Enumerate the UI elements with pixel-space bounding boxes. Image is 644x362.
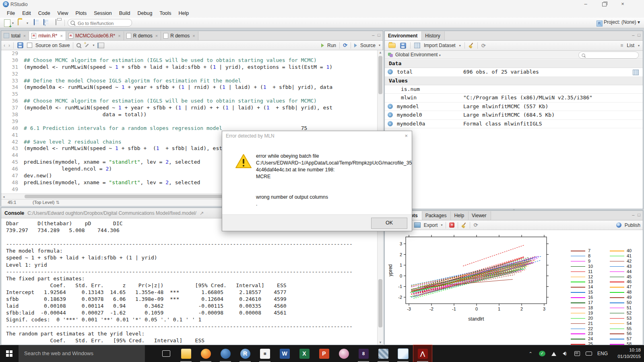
pane-minimize-icon[interactable]: – (372, 33, 374, 37)
compile-notebook-icon[interactable] (97, 43, 104, 48)
source-dropdown-icon[interactable]: ▾ (379, 43, 380, 47)
window-close-button[interactable]: × (613, 0, 632, 9)
console-vertical-scrollbar[interactable]: ▲ ▼ (377, 219, 383, 345)
menu-item-view[interactable]: View (54, 10, 72, 17)
environment-object-row[interactable]: ▸mymodel0Large mlwinfitMCMC (684.5 Kb) (385, 111, 643, 120)
pane-maximize-icon[interactable]: □ (638, 33, 640, 37)
taskbar-icon-paint[interactable] (334, 345, 353, 362)
global-environment-selector[interactable]: Global Environment ▾ (395, 52, 441, 58)
tab-close-icon[interactable]: × (118, 33, 120, 38)
taskbar-icon-app-mosaic[interactable] (374, 345, 392, 362)
taskbar-icon-excel[interactable]: X (295, 345, 314, 362)
editor-tab-mcmcguide06-r-[interactable]: RMCMCGuide06.R*× (66, 31, 124, 40)
touch-keyboard-icon[interactable] (586, 351, 592, 356)
expand-icon[interactable]: ▸ (388, 104, 393, 109)
tab-environment[interactable]: Environment (385, 31, 422, 40)
goto-file-input[interactable] (77, 21, 127, 26)
volume-icon[interactable]: ) (562, 351, 569, 356)
menu-item-build[interactable]: Build (116, 10, 134, 17)
language-indicator[interactable]: ENG (597, 351, 608, 356)
taskbar-icon-app-purple[interactable]: 8 (354, 345, 373, 362)
tab-viewer[interactable]: Viewer (469, 211, 491, 220)
expand-icon[interactable]: ▸ (388, 121, 393, 126)
save-icon[interactable] (34, 19, 35, 25)
export-dropdown-icon[interactable]: ▾ (441, 223, 442, 227)
taskbar-icon-acrobat[interactable]: ⋀ (413, 345, 432, 362)
editor-tab-total[interactable]: total× (1, 31, 29, 40)
pane-minimize-icon[interactable]: – (632, 33, 634, 37)
save-all-icon[interactable] (43, 19, 44, 25)
taskbar-icon-powerpoint[interactable]: P (315, 345, 333, 362)
new-file-dropdown-icon[interactable]: ▾ (12, 21, 14, 25)
environment-object-row[interactable]: mlwin"C:/Program Files (x86)/MLwiN v2.35… (385, 94, 643, 103)
refresh-plot-icon[interactable]: ⟳ (473, 222, 478, 228)
view-data-grid-icon[interactable] (633, 70, 639, 75)
tray-chevron-up-icon[interactable]: ⌃ (527, 351, 534, 356)
taskbar-icon-word[interactable]: W (275, 345, 294, 362)
pane-minimize-icon[interactable]: – (632, 212, 634, 217)
action-center-icon[interactable] (574, 351, 580, 356)
expand-icon[interactable]: ▸ (388, 69, 393, 74)
print-icon[interactable] (56, 19, 56, 25)
editor-tab-r-demos[interactable]: R demos× (161, 31, 198, 40)
environment-object-row[interactable]: ▸total696 obs. of 25 variables (385, 68, 643, 77)
environment-object-row[interactable]: is.num (385, 85, 643, 94)
editor-tab-mlwin-r-[interactable]: Rmlwin.R*× (29, 31, 66, 40)
console-navigate-icon[interactable]: ↗ (200, 210, 204, 216)
run-button[interactable]: Run (327, 43, 336, 48)
environment-object-row[interactable]: ▸mymodel0aFormal class mlwinfitIGLS (385, 120, 643, 129)
tab-close-icon[interactable]: × (192, 33, 195, 38)
taskbar-icon-file-explorer[interactable] (177, 345, 195, 362)
window-restore-button[interactable] (595, 0, 613, 9)
pane-maximize-icon[interactable]: □ (378, 33, 380, 37)
tab-close-icon[interactable]: × (155, 33, 158, 38)
editor-tab-r-demos[interactable]: R demos× (124, 31, 161, 40)
taskbar-icon-firefox[interactable] (196, 345, 215, 362)
back-icon[interactable]: ‹ (4, 43, 5, 48)
hscroll-left-icon[interactable]: ◂ (3, 195, 5, 199)
tab-packages[interactable]: Packages (422, 211, 451, 220)
tray-sync-icon[interactable]: ✓ (539, 351, 545, 356)
publish-button[interactable]: Publish (625, 222, 640, 228)
menu-item-plots[interactable]: Plots (72, 10, 90, 17)
wifi-icon[interactable] (551, 351, 557, 356)
list-dropdown-icon[interactable]: ▾ (638, 44, 640, 47)
pane-maximize-icon[interactable]: □ (638, 212, 640, 217)
menu-item-tools[interactable]: Tools (156, 10, 175, 17)
menu-item-help[interactable]: Help (175, 10, 193, 17)
window-minimize-button[interactable]: – (576, 0, 595, 9)
tab-history[interactable]: History (422, 31, 444, 40)
tab-close-icon[interactable]: × (60, 33, 62, 38)
clear-environment-icon[interactable] (469, 43, 474, 48)
menu-item-edit[interactable]: Edit (19, 10, 35, 17)
remove-plot-icon[interactable]: × (449, 222, 454, 228)
clear-plots-icon[interactable] (461, 222, 466, 228)
code-tools-icon[interactable] (84, 43, 89, 48)
tab-close-icon[interactable]: × (23, 33, 26, 38)
open-file-icon[interactable] (18, 19, 19, 25)
forward-icon[interactable]: › (8, 43, 10, 48)
start-button[interactable] (0, 345, 19, 362)
save-doc-icon[interactable] (17, 42, 23, 48)
clock[interactable]: 10:18 01/10/2015 (617, 347, 641, 360)
taskbar-icon-mlwin[interactable]: ⊞ (256, 345, 274, 362)
taskbar-icon-task-view[interactable] (157, 345, 175, 362)
new-file-icon[interactable] (4, 19, 10, 27)
dialog-close-icon[interactable]: × (405, 133, 408, 139)
rerun-icon[interactable]: ⟳ (343, 42, 347, 48)
taskbar-icon-thunderbird[interactable] (216, 345, 235, 362)
code-tools-dropdown-icon[interactable]: ▾ (93, 43, 94, 47)
import-dropdown-icon[interactable]: ▾ (459, 44, 461, 47)
menu-item-code[interactable]: Code (35, 10, 54, 17)
menu-item-debug[interactable]: Debug (134, 10, 156, 17)
tab-help[interactable]: Help (451, 211, 469, 220)
project-menu[interactable]: R Project: (None) ▾ (597, 19, 640, 27)
import-dataset-button[interactable]: Import Dataset (424, 43, 456, 48)
ok-button[interactable]: OK (371, 218, 407, 229)
export-plot-button[interactable]: Export (424, 222, 438, 228)
open-file-dropdown-icon[interactable]: ▾ (27, 21, 28, 25)
environment-object-row[interactable]: ▸mymodelLarge mlwinfitMCMC (557 Kb) (385, 103, 643, 111)
find-icon[interactable] (76, 43, 81, 47)
menu-item-session[interactable]: Session (90, 10, 115, 17)
menu-item-file[interactable]: File (3, 10, 19, 17)
